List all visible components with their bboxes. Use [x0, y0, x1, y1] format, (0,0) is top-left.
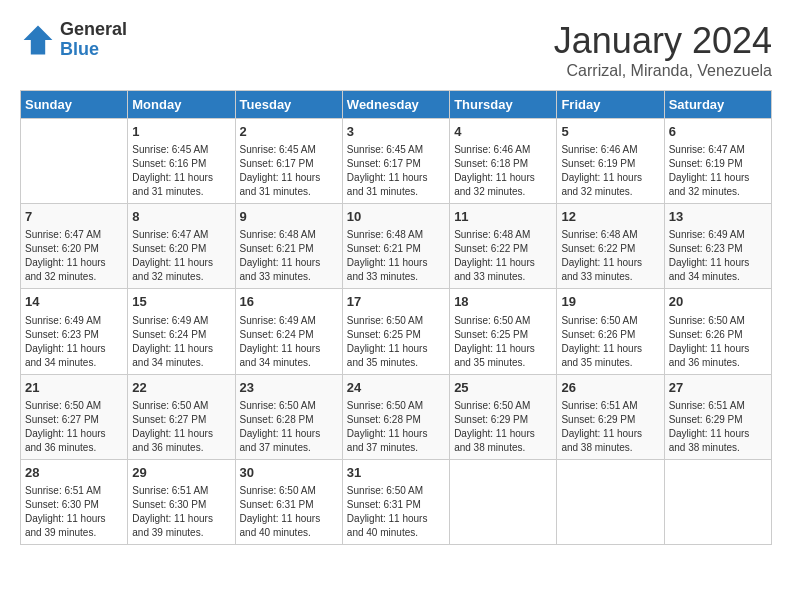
- day-number: 25: [454, 379, 552, 397]
- calendar-cell: 6Sunrise: 6:47 AM Sunset: 6:19 PM Daylig…: [664, 119, 771, 204]
- day-info: Sunrise: 6:51 AM Sunset: 6:29 PM Dayligh…: [561, 399, 659, 455]
- calendar-cell: [450, 459, 557, 544]
- calendar-cell: 10Sunrise: 6:48 AM Sunset: 6:21 PM Dayli…: [342, 204, 449, 289]
- logo: General Blue: [20, 20, 127, 60]
- calendar-cell: 28Sunrise: 6:51 AM Sunset: 6:30 PM Dayli…: [21, 459, 128, 544]
- column-header-thursday: Thursday: [450, 91, 557, 119]
- day-info: Sunrise: 6:51 AM Sunset: 6:30 PM Dayligh…: [25, 484, 123, 540]
- day-number: 29: [132, 464, 230, 482]
- day-info: Sunrise: 6:47 AM Sunset: 6:19 PM Dayligh…: [669, 143, 767, 199]
- calendar-cell: 29Sunrise: 6:51 AM Sunset: 6:30 PM Dayli…: [128, 459, 235, 544]
- calendar-week-4: 21Sunrise: 6:50 AM Sunset: 6:27 PM Dayli…: [21, 374, 772, 459]
- day-info: Sunrise: 6:48 AM Sunset: 6:22 PM Dayligh…: [454, 228, 552, 284]
- day-number: 31: [347, 464, 445, 482]
- calendar-week-1: 1Sunrise: 6:45 AM Sunset: 6:16 PM Daylig…: [21, 119, 772, 204]
- location-text: Carrizal, Miranda, Venezuela: [554, 62, 772, 80]
- day-info: Sunrise: 6:47 AM Sunset: 6:20 PM Dayligh…: [132, 228, 230, 284]
- day-info: Sunrise: 6:51 AM Sunset: 6:29 PM Dayligh…: [669, 399, 767, 455]
- day-info: Sunrise: 6:48 AM Sunset: 6:22 PM Dayligh…: [561, 228, 659, 284]
- day-number: 28: [25, 464, 123, 482]
- calendar-week-2: 7Sunrise: 6:47 AM Sunset: 6:20 PM Daylig…: [21, 204, 772, 289]
- day-number: 17: [347, 293, 445, 311]
- logo-text: General Blue: [60, 20, 127, 60]
- calendar-cell: 9Sunrise: 6:48 AM Sunset: 6:21 PM Daylig…: [235, 204, 342, 289]
- day-number: 3: [347, 123, 445, 141]
- day-number: 20: [669, 293, 767, 311]
- column-header-saturday: Saturday: [664, 91, 771, 119]
- calendar-cell: 16Sunrise: 6:49 AM Sunset: 6:24 PM Dayli…: [235, 289, 342, 374]
- day-info: Sunrise: 6:45 AM Sunset: 6:17 PM Dayligh…: [347, 143, 445, 199]
- calendar-cell: 5Sunrise: 6:46 AM Sunset: 6:19 PM Daylig…: [557, 119, 664, 204]
- column-header-wednesday: Wednesday: [342, 91, 449, 119]
- calendar-cell: 13Sunrise: 6:49 AM Sunset: 6:23 PM Dayli…: [664, 204, 771, 289]
- calendar-cell: 2Sunrise: 6:45 AM Sunset: 6:17 PM Daylig…: [235, 119, 342, 204]
- day-info: Sunrise: 6:50 AM Sunset: 6:31 PM Dayligh…: [240, 484, 338, 540]
- column-header-tuesday: Tuesday: [235, 91, 342, 119]
- calendar-cell: 4Sunrise: 6:46 AM Sunset: 6:18 PM Daylig…: [450, 119, 557, 204]
- day-number: 11: [454, 208, 552, 226]
- day-number: 16: [240, 293, 338, 311]
- column-header-monday: Monday: [128, 91, 235, 119]
- day-info: Sunrise: 6:47 AM Sunset: 6:20 PM Dayligh…: [25, 228, 123, 284]
- day-info: Sunrise: 6:50 AM Sunset: 6:31 PM Dayligh…: [347, 484, 445, 540]
- day-number: 1: [132, 123, 230, 141]
- calendar-cell: 20Sunrise: 6:50 AM Sunset: 6:26 PM Dayli…: [664, 289, 771, 374]
- day-info: Sunrise: 6:50 AM Sunset: 6:27 PM Dayligh…: [25, 399, 123, 455]
- day-number: 9: [240, 208, 338, 226]
- day-number: 13: [669, 208, 767, 226]
- day-info: Sunrise: 6:48 AM Sunset: 6:21 PM Dayligh…: [347, 228, 445, 284]
- day-info: Sunrise: 6:50 AM Sunset: 6:26 PM Dayligh…: [669, 314, 767, 370]
- day-number: 7: [25, 208, 123, 226]
- column-header-sunday: Sunday: [21, 91, 128, 119]
- calendar-cell: 17Sunrise: 6:50 AM Sunset: 6:25 PM Dayli…: [342, 289, 449, 374]
- day-number: 8: [132, 208, 230, 226]
- day-number: 18: [454, 293, 552, 311]
- title-block: January 2024 Carrizal, Miranda, Venezuel…: [554, 20, 772, 80]
- day-number: 15: [132, 293, 230, 311]
- calendar-cell: 26Sunrise: 6:51 AM Sunset: 6:29 PM Dayli…: [557, 374, 664, 459]
- calendar-cell: [21, 119, 128, 204]
- calendar-cell: 31Sunrise: 6:50 AM Sunset: 6:31 PM Dayli…: [342, 459, 449, 544]
- day-info: Sunrise: 6:50 AM Sunset: 6:28 PM Dayligh…: [347, 399, 445, 455]
- calendar-cell: 1Sunrise: 6:45 AM Sunset: 6:16 PM Daylig…: [128, 119, 235, 204]
- day-number: 19: [561, 293, 659, 311]
- day-number: 2: [240, 123, 338, 141]
- day-number: 12: [561, 208, 659, 226]
- logo-blue-text: Blue: [60, 40, 127, 60]
- calendar-table: SundayMondayTuesdayWednesdayThursdayFrid…: [20, 90, 772, 545]
- page-header: General Blue January 2024 Carrizal, Mira…: [20, 20, 772, 80]
- calendar-cell: 15Sunrise: 6:49 AM Sunset: 6:24 PM Dayli…: [128, 289, 235, 374]
- day-info: Sunrise: 6:46 AM Sunset: 6:19 PM Dayligh…: [561, 143, 659, 199]
- day-number: 30: [240, 464, 338, 482]
- day-number: 6: [669, 123, 767, 141]
- day-number: 23: [240, 379, 338, 397]
- day-info: Sunrise: 6:49 AM Sunset: 6:24 PM Dayligh…: [240, 314, 338, 370]
- calendar-cell: 23Sunrise: 6:50 AM Sunset: 6:28 PM Dayli…: [235, 374, 342, 459]
- calendar-cell: [557, 459, 664, 544]
- day-info: Sunrise: 6:48 AM Sunset: 6:21 PM Dayligh…: [240, 228, 338, 284]
- day-info: Sunrise: 6:49 AM Sunset: 6:23 PM Dayligh…: [669, 228, 767, 284]
- day-number: 5: [561, 123, 659, 141]
- day-info: Sunrise: 6:45 AM Sunset: 6:16 PM Dayligh…: [132, 143, 230, 199]
- day-number: 10: [347, 208, 445, 226]
- day-info: Sunrise: 6:50 AM Sunset: 6:25 PM Dayligh…: [454, 314, 552, 370]
- calendar-header-row: SundayMondayTuesdayWednesdayThursdayFrid…: [21, 91, 772, 119]
- day-info: Sunrise: 6:51 AM Sunset: 6:30 PM Dayligh…: [132, 484, 230, 540]
- calendar-week-3: 14Sunrise: 6:49 AM Sunset: 6:23 PM Dayli…: [21, 289, 772, 374]
- day-number: 22: [132, 379, 230, 397]
- day-number: 26: [561, 379, 659, 397]
- day-info: Sunrise: 6:50 AM Sunset: 6:26 PM Dayligh…: [561, 314, 659, 370]
- calendar-cell: 24Sunrise: 6:50 AM Sunset: 6:28 PM Dayli…: [342, 374, 449, 459]
- day-info: Sunrise: 6:49 AM Sunset: 6:24 PM Dayligh…: [132, 314, 230, 370]
- calendar-cell: 21Sunrise: 6:50 AM Sunset: 6:27 PM Dayli…: [21, 374, 128, 459]
- calendar-cell: 18Sunrise: 6:50 AM Sunset: 6:25 PM Dayli…: [450, 289, 557, 374]
- calendar-cell: [664, 459, 771, 544]
- calendar-cell: 27Sunrise: 6:51 AM Sunset: 6:29 PM Dayli…: [664, 374, 771, 459]
- calendar-cell: 8Sunrise: 6:47 AM Sunset: 6:20 PM Daylig…: [128, 204, 235, 289]
- day-number: 27: [669, 379, 767, 397]
- day-info: Sunrise: 6:49 AM Sunset: 6:23 PM Dayligh…: [25, 314, 123, 370]
- calendar-cell: 22Sunrise: 6:50 AM Sunset: 6:27 PM Dayli…: [128, 374, 235, 459]
- day-number: 24: [347, 379, 445, 397]
- calendar-week-5: 28Sunrise: 6:51 AM Sunset: 6:30 PM Dayli…: [21, 459, 772, 544]
- month-title: January 2024: [554, 20, 772, 62]
